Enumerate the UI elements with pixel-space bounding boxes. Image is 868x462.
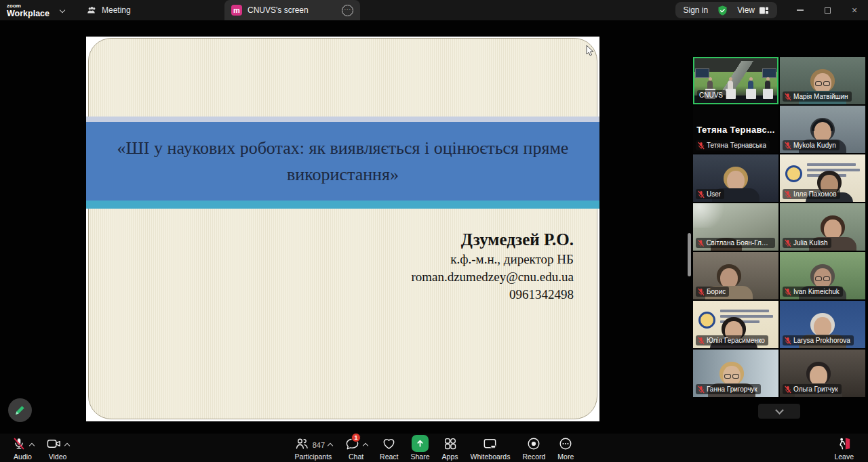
annotate-button[interactable] <box>8 398 32 422</box>
participant-name: Тетяна Тернавська <box>707 141 766 150</box>
meeting-main-area: «ШІ у наукових роботах: як виявляється і… <box>0 20 868 434</box>
sign-in-button[interactable]: Sign in <box>684 5 709 15</box>
institute-logo <box>785 165 802 182</box>
leave-door-icon <box>836 436 852 452</box>
shared-screen-view: «ШІ у наукових роботах: як виявляється і… <box>86 37 599 421</box>
presenter-name: Дзумедзей Р.О. <box>411 228 574 251</box>
react-button[interactable]: React <box>374 435 404 461</box>
audio-button[interactable]: Audio <box>5 435 40 461</box>
people-group-icon <box>87 5 97 16</box>
app-brand: zoom Workplace <box>7 0 64 20</box>
participant-tile[interactable]: Larysa Prokhorova <box>780 301 865 348</box>
participant-name: Світлана Боян-Гладка <box>706 238 772 247</box>
participant-name-label: Борис <box>696 287 729 297</box>
leave-button[interactable]: Leave <box>828 435 860 461</box>
participant-tile[interactable]: Борис <box>693 252 778 299</box>
participant-tile[interactable]: Тетяна Тернавс... Тетяна Тернавська <box>693 106 778 153</box>
mic-muted-icon <box>12 436 26 452</box>
participant-name-label: Ivan Kimeichuk <box>783 287 843 297</box>
scroll-down-button[interactable] <box>758 404 800 419</box>
mic-muted-icon <box>698 385 705 394</box>
tab-cnuvs-screen[interactable]: m CNUVS's screen ··· <box>224 0 360 20</box>
presenter-role: к.ф.-м.н., директор НБ <box>411 251 574 268</box>
participant-tile[interactable]: Марія Матвійшин <box>780 57 865 104</box>
participant-tile[interactable]: Ілля Пахомов <box>780 154 865 202</box>
close-button[interactable]: × <box>841 0 868 20</box>
participant-count: 847 <box>313 441 325 449</box>
shared-app-icon: m <box>231 5 242 16</box>
video-camera-icon <box>46 436 62 452</box>
apps-button[interactable]: Apps <box>436 435 465 461</box>
participant-name: Larysa Prokhorova <box>793 336 850 345</box>
panel-resize-handle[interactable] <box>688 233 691 276</box>
mic-muted-icon <box>785 142 791 150</box>
participant-tile[interactable]: Ганна Григорчук <box>693 350 778 397</box>
participant-tile[interactable]: Ольга Гритчук <box>780 350 865 397</box>
whiteboards-button[interactable]: Whiteboards <box>465 435 517 461</box>
mic-muted-icon <box>698 239 704 247</box>
participant-name-label: Ганна Григорчук <box>696 384 761 394</box>
participant-tile[interactable]: Ivan Kimeichuk <box>780 252 865 299</box>
tab-meeting[interactable]: Meeting <box>87 0 131 20</box>
stage-screen-right <box>762 68 776 78</box>
chat-options-chevron[interactable] <box>363 443 368 448</box>
slide-title-band: «ШІ у наукових роботах: як виявляється і… <box>86 117 599 209</box>
participant-tile[interactable]: User <box>693 154 778 202</box>
participant-name: Mykola Kudyn <box>793 141 836 150</box>
participant-name: Борис <box>707 287 726 296</box>
share-button[interactable]: Share <box>405 435 436 461</box>
maximize-button[interactable] <box>814 0 841 20</box>
participants-icon <box>294 436 309 452</box>
participant-name-label: Світлана Боян-Гладка <box>696 238 775 248</box>
participants-options-chevron[interactable] <box>328 443 333 448</box>
whiteboard-icon <box>482 436 498 452</box>
participant-name-label: Марія Матвійшин <box>783 91 852 102</box>
chevron-down-icon[interactable] <box>60 7 65 13</box>
audio-options-chevron[interactable] <box>29 443 35 448</box>
security-shield-icon[interactable] <box>717 5 728 16</box>
mic-muted-icon <box>785 288 791 296</box>
participant-name-label: Ілля Пахомов <box>783 189 840 199</box>
participant-tile[interactable]: Julia Kulish <box>780 203 865 251</box>
mic-muted-icon <box>698 190 705 198</box>
record-icon <box>526 436 541 452</box>
tab-options-icon[interactable]: ··· <box>342 5 353 16</box>
tab-bar-right: Sign in View × <box>675 0 868 20</box>
apps-icon <box>443 436 458 452</box>
participants-button[interactable]: 847 Participants <box>288 435 338 461</box>
participant-name: Ілля Пахомов <box>793 190 837 198</box>
minimize-button[interactable] <box>787 0 814 20</box>
participants-grid: CNUVS <box>693 57 865 397</box>
more-button[interactable]: More <box>551 435 580 461</box>
mic-muted-icon <box>698 288 705 296</box>
participant-name-label: Юлія Герасименко <box>696 335 768 345</box>
window-controls: × <box>787 0 868 20</box>
participant-name: Julia Kulish <box>793 238 828 247</box>
view-label: View <box>737 5 755 15</box>
participant-tile[interactable]: CNUVS <box>693 57 778 104</box>
participant-name: Юлія Герасименко <box>707 336 765 345</box>
participant-tile[interactable]: Юлія Герасименко <box>693 301 778 348</box>
pencil-icon <box>14 404 26 416</box>
view-button[interactable]: View <box>737 5 769 15</box>
participant-name: Ольга Гритчук <box>793 385 838 394</box>
tab-cnuvs-screen-label: CNUVS's screen <box>248 5 309 15</box>
participant-tile[interactable]: Світлана Боян-Гладка <box>693 203 778 251</box>
video-button[interactable]: Video <box>40 435 75 461</box>
participant-name: User <box>707 190 721 198</box>
mic-muted-icon <box>698 142 705 150</box>
account-pill: Sign in View <box>675 2 778 18</box>
participant-name-label: Julia Kulish <box>783 238 831 248</box>
mouse-cursor <box>586 45 595 57</box>
record-button[interactable]: Record <box>516 435 551 461</box>
presenter-info: Дзумедзей Р.О. к.ф.-м.н., директор НБ ro… <box>411 228 574 303</box>
meeting-toolbar: Audio Video 847 <box>0 434 868 462</box>
mic-muted-icon <box>785 190 791 198</box>
video-options-chevron[interactable] <box>64 443 70 448</box>
participant-name: CNUVS <box>699 91 723 100</box>
brand-workplace-text: Workplace <box>7 9 50 18</box>
mic-muted-icon <box>785 93 791 101</box>
participant-name: Ганна Григорчук <box>707 385 757 394</box>
chat-button[interactable]: 1 Chat <box>338 435 374 461</box>
participant-tile[interactable]: Mykola Kudyn <box>780 106 865 153</box>
